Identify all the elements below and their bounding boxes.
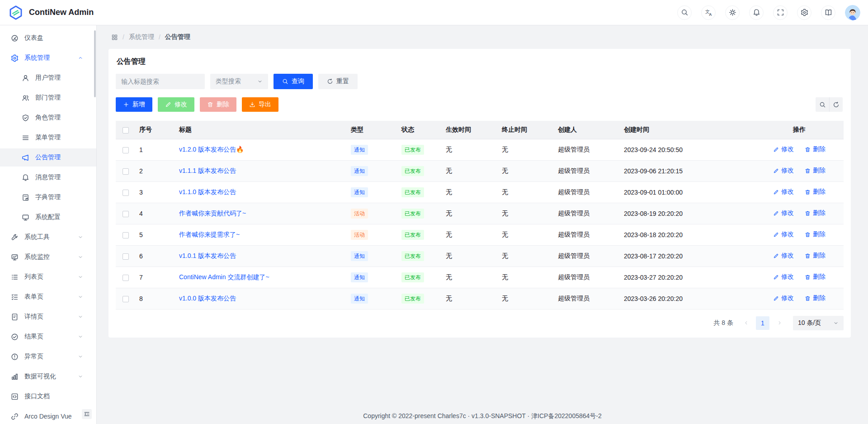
sidebar-item-form-pages[interactable]: 表单页 — [0, 288, 96, 306]
announcement-title-link[interactable]: 作者喊你来贡献代码了~ — [179, 210, 246, 217]
pagination-page-1[interactable]: 1 — [756, 316, 769, 330]
row-status-cell: 已发布 — [397, 245, 441, 267]
row-delete-link[interactable]: 删除 — [805, 167, 826, 175]
announcement-title-link[interactable]: v1.1.1 版本发布公告 — [179, 167, 236, 174]
sidebar-item-role-management[interactable]: 角色管理 — [0, 109, 96, 127]
docs-button[interactable] — [821, 5, 835, 20]
row-edit-link[interactable]: 修改 — [773, 230, 794, 238]
sidebar-item-user-management[interactable]: 用户管理 — [0, 69, 96, 87]
row-status-cell: 已发布 — [397, 203, 441, 224]
row-checkbox[interactable] — [123, 190, 129, 196]
delete-button[interactable]: 删除 — [200, 97, 236, 112]
sidebar-item-message-management[interactable]: 消息管理 — [0, 168, 96, 186]
user-avatar[interactable] — [845, 5, 860, 20]
row-checkbox[interactable] — [123, 275, 129, 281]
row-delete-link[interactable]: 删除 — [805, 209, 826, 217]
sidebar-item-dict-management[interactable]: 字典管理 — [0, 188, 96, 206]
fullscreen-button[interactable] — [773, 5, 788, 20]
delete-button-label: 删除 — [217, 100, 229, 109]
row-actions-cell: 修改删除 — [755, 160, 844, 181]
sidebar-item-dashboard[interactable]: 仪表盘 — [0, 29, 96, 47]
row-delete-link[interactable]: 删除 — [805, 252, 826, 260]
row-checkbox[interactable] — [123, 253, 129, 260]
reset-button[interactable]: 重置 — [318, 74, 358, 89]
settings-button[interactable] — [797, 5, 811, 20]
announcement-title-link[interactable]: 作者喊你来提需求了~ — [179, 231, 240, 238]
table-search-button[interactable] — [816, 97, 829, 112]
announcement-title-link[interactable]: v1.1.0 版本发布公告 — [179, 188, 236, 195]
bell-icon — [22, 174, 29, 181]
row-end-time: 无 — [497, 139, 553, 160]
row-checkbox[interactable] — [123, 232, 129, 238]
row-edit-link[interactable]: 修改 — [773, 273, 794, 281]
sidebar-item-system-tools[interactable]: 系统工具 — [0, 228, 96, 246]
row-checkbox-cell — [116, 224, 135, 245]
sidebar-item-result-pages[interactable]: 结果页 — [0, 328, 96, 346]
row-edit-link[interactable]: 修改 — [773, 294, 794, 302]
row-delete-link[interactable]: 删除 — [805, 145, 826, 153]
pencil-icon — [773, 253, 779, 259]
row-edit-link[interactable]: 修改 — [773, 209, 794, 217]
refresh-icon — [833, 101, 840, 108]
row-checkbox-cell — [116, 181, 135, 203]
row-checkbox[interactable] — [123, 147, 129, 153]
sidebar-item-department-management[interactable]: 部门管理 — [0, 89, 96, 107]
sidebar-item-label: 仪表盘 — [24, 34, 89, 42]
row-checkbox[interactable] — [123, 211, 129, 217]
notifications-button[interactable] — [749, 5, 764, 20]
status-tag: 已发布 — [401, 251, 424, 261]
sidebar-item-exception-pages[interactable]: 异常页 — [0, 348, 96, 366]
sidebar-item-system-management[interactable]: 系统管理 — [0, 49, 96, 67]
announcement-title-link[interactable]: v1.0.0 版本发布公告 — [179, 295, 236, 302]
sidebar-scrollbar[interactable] — [94, 30, 96, 97]
row-edit-link[interactable]: 修改 — [773, 145, 794, 153]
announcement-title-link[interactable]: ContiNew Admin 交流群创建了~ — [179, 273, 269, 281]
sidebar-item-detail-pages[interactable]: 详情页 — [0, 308, 96, 326]
pagination-next-button[interactable] — [773, 317, 786, 329]
sidebar-item-data-visualization[interactable]: 数据可视化 — [0, 367, 96, 386]
row-status-cell: 已发布 — [397, 267, 441, 288]
header-search-button[interactable] — [677, 5, 692, 20]
row-checkbox[interactable] — [123, 296, 129, 302]
row-delete-link[interactable]: 删除 — [805, 188, 826, 196]
row-checkbox-cell — [116, 203, 135, 224]
announcement-table: 序号标题类型状态生效时间终止时间创建人创建时间操作 1v1.2.0 版本发布公告… — [116, 121, 844, 310]
export-button[interactable]: 导出 — [242, 97, 278, 112]
title-search-input[interactable] — [116, 74, 205, 89]
sidebar-item-menu-management[interactable]: 菜单管理 — [0, 129, 96, 147]
row-created-at: 2023-09-24 20:50:50 — [619, 139, 755, 160]
list-icon — [11, 273, 19, 281]
sidebar-collapse-button[interactable] — [82, 409, 92, 419]
breadcrumb-item-system[interactable]: 系统管理 — [129, 33, 154, 41]
sidebar-item-api-docs[interactable]: 接口文档 — [0, 387, 96, 405]
row-delete-link[interactable]: 删除 — [805, 294, 826, 302]
type-select[interactable]: 类型搜索 — [210, 74, 268, 89]
query-button[interactable]: 查询 — [274, 74, 313, 89]
row-edit-link[interactable]: 修改 — [773, 188, 794, 196]
sidebar-item-label: 系统监控 — [24, 253, 78, 261]
sidebar-item-label: 系统管理 — [24, 54, 78, 62]
row-edit-link[interactable]: 修改 — [773, 167, 794, 175]
language-button[interactable]: 文A — [701, 5, 716, 20]
add-button[interactable]: 新增 — [116, 97, 152, 112]
row-delete-link[interactable]: 删除 — [805, 230, 826, 238]
pagination-prev-button[interactable] — [740, 317, 752, 329]
sidebar-item-announcement-management[interactable]: 公告管理 — [0, 148, 96, 167]
edit-button[interactable]: 修改 — [158, 97, 194, 112]
row-checkbox[interactable] — [123, 168, 129, 175]
sidebar-item-system-config[interactable]: 系统配置 — [0, 208, 96, 226]
chevron-down-icon — [78, 374, 83, 379]
row-edit-link[interactable]: 修改 — [773, 252, 794, 260]
row-end-time: 无 — [497, 224, 553, 245]
sidebar-item-list-pages[interactable]: 列表页 — [0, 268, 96, 286]
announcement-title-link[interactable]: v1.0.1 版本发布公告 — [179, 252, 236, 259]
theme-toggle-button[interactable] — [725, 5, 740, 20]
apps-grid-icon[interactable] — [111, 34, 118, 41]
row-delete-link[interactable]: 删除 — [805, 273, 826, 281]
page-size-select[interactable]: 10 条/页 — [793, 316, 844, 330]
announcement-title-link[interactable]: v1.2.0 版本发布公告🔥 — [179, 146, 244, 153]
table-refresh-button[interactable] — [829, 97, 843, 112]
sidebar-item-system-monitor[interactable]: 系统监控 — [0, 248, 96, 266]
select-all-checkbox[interactable] — [123, 127, 129, 133]
bar-chart-icon — [11, 373, 19, 381]
